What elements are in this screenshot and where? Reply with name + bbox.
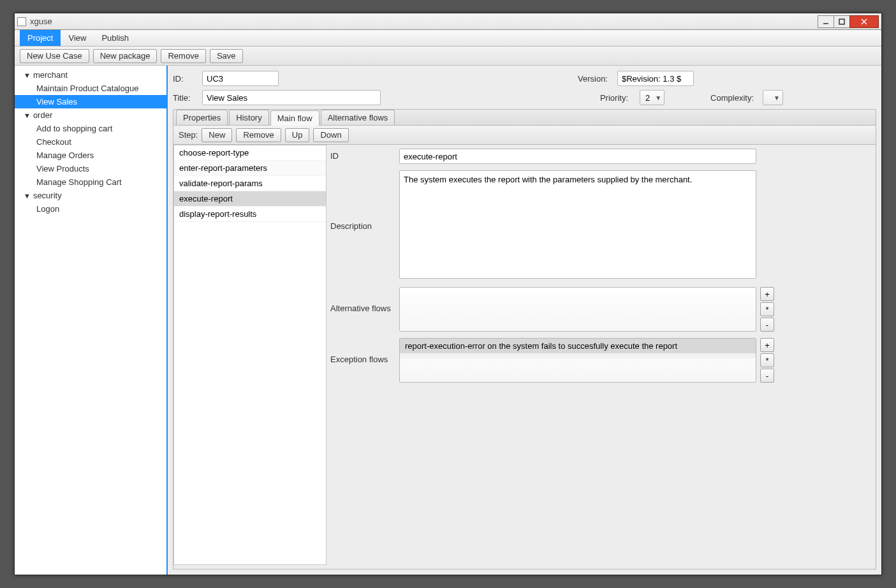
step-label: Step: — [179, 130, 198, 140]
tree-item-manage-shopping-cart[interactable]: Manage Shopping Cart — [15, 175, 166, 189]
tree-group-label: merchant — [33, 70, 68, 80]
body: ▼merchant Maintain Product Catalogue Vie… — [15, 66, 881, 575]
tree-item-manage-orders[interactable]: Manage Orders — [15, 149, 166, 162]
step-item[interactable]: validate-report-params — [174, 176, 326, 191]
tab-alternative-flows[interactable]: Alternative flows — [321, 110, 395, 125]
tab-main-flow[interactable]: Main flow — [270, 110, 319, 126]
main-flow-panel: choose-report-type enter-report-paramete… — [173, 145, 876, 570]
alt-add-button[interactable]: + — [760, 287, 774, 301]
main-toolbar: New Use Case New package Remove Save — [15, 47, 881, 66]
complexity-select[interactable]: ▼ — [763, 90, 783, 105]
step-item[interactable]: enter-report-parameters — [174, 161, 326, 176]
close-button[interactable] — [849, 15, 879, 28]
remove-button[interactable]: Remove — [161, 49, 205, 63]
step-description-field[interactable]: The system executes the report with the … — [399, 170, 756, 279]
complexity-label: Complexity: — [710, 93, 759, 103]
step-item[interactable]: display-report-results — [174, 207, 326, 222]
title-label: Title: — [173, 93, 198, 103]
step-details: ID Description The system executes the r… — [330, 145, 876, 569]
new-usecase-button[interactable]: New Use Case — [20, 49, 89, 63]
tree-item-maintain-product-catalogue[interactable]: Maintain Product Catalogue — [15, 82, 166, 95]
app-window: xguse Project View Publish New Use Case … — [14, 13, 882, 575]
step-up-button[interactable]: Up — [285, 128, 310, 142]
exc-flows-list[interactable]: report-execution-error on the system fai… — [399, 338, 756, 383]
window-title: xguse — [30, 17, 818, 26]
chevron-down-icon: ▼ — [655, 94, 661, 101]
id-label: ID: — [173, 74, 198, 84]
chevron-down-icon: ▼ — [774, 94, 780, 101]
svg-rect-1 — [839, 19, 844, 24]
alt-remove-button[interactable]: - — [760, 318, 774, 332]
tree-item-view-sales[interactable]: View Sales — [15, 95, 166, 108]
version-label: Version: — [578, 74, 613, 84]
tree-item-view-products[interactable]: View Products — [15, 162, 166, 175]
tree-item-logon[interactable]: Logon — [15, 202, 166, 216]
tree-group-label: security — [33, 191, 62, 200]
menu-view[interactable]: View — [61, 30, 94, 46]
tree-group-label: order — [33, 110, 52, 120]
exc-edit-button[interactable]: * — [760, 353, 774, 367]
priority-label: Priority: — [600, 93, 636, 103]
priority-value: 2 — [645, 93, 650, 103]
step-id-label: ID — [330, 149, 392, 161]
new-package-button[interactable]: New package — [93, 49, 158, 63]
caret-down-icon: ▼ — [24, 112, 31, 119]
save-button[interactable]: Save — [210, 49, 243, 63]
step-item[interactable]: choose-report-type — [174, 145, 326, 161]
exc-flow-row[interactable] — [400, 358, 756, 364]
id-field[interactable] — [202, 71, 279, 86]
maximize-button[interactable] — [834, 15, 850, 28]
exc-remove-button[interactable]: - — [760, 369, 774, 383]
tree-group-security[interactable]: ▼security — [15, 189, 166, 202]
exc-flow-row[interactable]: report-execution-error on the system fai… — [400, 339, 756, 353]
tab-history[interactable]: History — [229, 110, 268, 125]
main-panel: ID: Version: Title: Priority: 2▼ Complex… — [168, 66, 881, 575]
minimize-button[interactable] — [818, 15, 834, 28]
menu-project[interactable]: Project — [20, 30, 61, 46]
priority-select[interactable]: 2▼ — [640, 90, 665, 105]
exc-flow-row[interactable] — [400, 353, 756, 358]
app-icon — [17, 17, 26, 26]
title-field[interactable] — [202, 90, 381, 105]
tabs: Properties History Main flow Alternative… — [173, 109, 876, 126]
exc-flows-label: Exception flows — [330, 338, 392, 364]
step-list[interactable]: choose-report-type enter-report-paramete… — [173, 145, 327, 565]
alt-edit-button[interactable]: * — [760, 302, 774, 316]
caret-down-icon: ▼ — [24, 192, 31, 200]
tree-group-merchant[interactable]: ▼merchant — [15, 68, 166, 82]
step-id-field[interactable] — [399, 149, 756, 164]
step-remove-button[interactable]: Remove — [236, 128, 281, 142]
step-toolbar: Step: New Remove Up Down — [173, 126, 876, 145]
alt-flows-list[interactable] — [399, 287, 756, 332]
menubar: Project View Publish — [15, 30, 881, 47]
version-field[interactable] — [617, 71, 694, 86]
tree-group-order[interactable]: ▼order — [15, 108, 166, 122]
step-description-label: Description — [330, 170, 392, 231]
alt-flows-label: Alternative flows — [330, 287, 392, 313]
step-new-button[interactable]: New — [202, 128, 232, 142]
tree-sidebar: ▼merchant Maintain Product Catalogue Vie… — [15, 66, 168, 575]
step-down-button[interactable]: Down — [313, 128, 348, 142]
caret-down-icon: ▼ — [24, 71, 31, 79]
menu-publish[interactable]: Publish — [94, 30, 136, 46]
step-item[interactable]: execute-report — [174, 191, 326, 207]
tab-properties[interactable]: Properties — [176, 110, 228, 125]
tree-item-add-to-shopping-cart[interactable]: Add to shopping cart — [15, 122, 166, 135]
titlebar[interactable]: xguse — [15, 13, 881, 30]
exc-add-button[interactable]: + — [760, 338, 774, 352]
tree-item-checkout[interactable]: Checkout — [15, 135, 166, 149]
